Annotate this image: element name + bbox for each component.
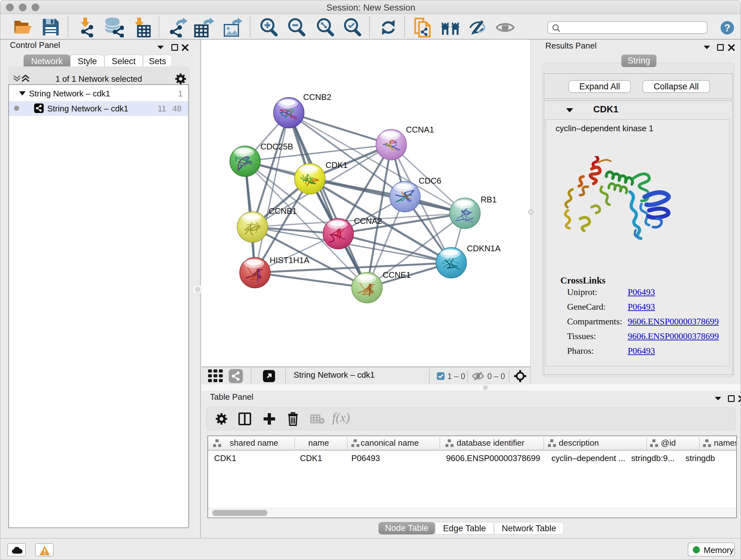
svg-text:CCNE1: CCNE1 [383,270,411,280]
svg-text:RB1: RB1 [481,195,497,204]
svg-text:CDC6: CDC6 [419,176,441,186]
svg-text:?: ? [724,22,731,34]
svg-text:CDC25B: CDC25B [260,142,293,151]
svg-text:CCNA1: CCNA1 [406,125,434,134]
svg-text:CCNB2: CCNB2 [303,92,331,102]
svg-text:CDK1: CDK1 [326,160,347,170]
svg-text:CCNB1: CCNB1 [269,206,297,216]
svg-text:CDKN1A: CDKN1A [467,244,501,253]
svg-text:HIST1H1A: HIST1H1A [270,255,310,265]
svg-text:CCNA2: CCNA2 [354,216,382,226]
